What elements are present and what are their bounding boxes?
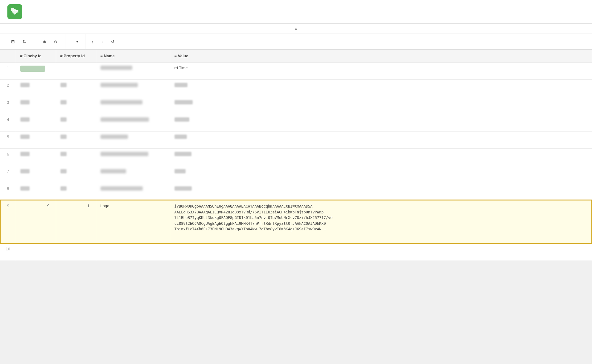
cinchy-id-cell [16, 97, 56, 114]
name-cell [96, 97, 170, 114]
property-id-cell [56, 114, 96, 131]
property-id-cell [56, 183, 96, 200]
col-header-value[interactable]: ≡ Value [170, 50, 592, 62]
property-id-cell [56, 79, 96, 97]
row-number-cell: 7 [0, 166, 16, 183]
name-cell [96, 114, 170, 131]
refresh-icon: ↺ [111, 39, 114, 44]
table-row[interactable]: 1rd Time [0, 62, 592, 79]
sort-button[interactable]: ⇅ [20, 38, 30, 46]
export-button[interactable]: ↓ [99, 38, 107, 46]
refresh-button[interactable]: ↺ [109, 38, 118, 46]
table-row[interactable]: 3 [0, 97, 592, 114]
row-number-cell: 4 [0, 114, 16, 131]
scroll-top-icon: ⊕ [43, 39, 46, 44]
value-cell [170, 79, 592, 97]
row-number-cell: 9 [0, 200, 16, 243]
export-icon: ↓ [101, 39, 103, 44]
row-number-cell: 6 [0, 148, 16, 166]
app-header [0, 0, 592, 24]
row-height-expanded-button[interactable]: ▼ [72, 38, 81, 45]
value-cell [170, 131, 592, 148]
display-columns-icon: ⊞ [11, 39, 15, 44]
collapse-button[interactable]: ▲ [291, 26, 301, 32]
property-id-cell [56, 148, 96, 166]
display-columns-button[interactable]: ⊞ [9, 38, 19, 46]
table-row[interactable]: 5 [0, 131, 592, 148]
import-icon: ↑ [92, 39, 94, 44]
table-row[interactable]: 2 [0, 79, 592, 97]
toolbar-scroll-group: ⊕ ⊖ [34, 34, 65, 49]
row-height-dropdown-icon: ▼ [76, 40, 79, 43]
cinchy-id-cell [16, 183, 56, 200]
property-id-cell [56, 166, 96, 183]
row-number-cell: 3 [0, 97, 16, 114]
row-number-cell: 5 [0, 131, 16, 148]
value-cell [170, 97, 592, 114]
name-cell [96, 183, 170, 200]
row-number-cell: 10 [0, 243, 16, 261]
property-id-cell [56, 243, 96, 261]
cinchy-id-cell [16, 243, 56, 261]
toolbar: ⊞ ⇅ ⊕ ⊖ ▼ ↑ ↓ [0, 34, 592, 50]
cinchy-id-cell [16, 79, 56, 97]
name-cell [96, 148, 170, 166]
col-header-cinchy-id[interactable]: # Cinchy Id [16, 50, 56, 62]
name-cell [96, 62, 170, 79]
cinchy-id-cell [16, 148, 56, 166]
cinchy-id-cell [16, 62, 56, 79]
toolbar-row-height-group: ▼ [65, 34, 85, 49]
name-cell: Logo [96, 200, 170, 243]
table-row[interactable]: 10 [0, 243, 592, 261]
name-cell [96, 166, 170, 183]
property-id-cell [56, 131, 96, 148]
table-row[interactable]: 8 [0, 183, 592, 200]
col-header-row-num [0, 50, 16, 62]
name-cell [96, 79, 170, 97]
scroll-bottom-button[interactable]: ⊖ [51, 38, 61, 46]
table-row[interactable]: 6 [0, 148, 592, 166]
toolbar-import-export-group: ↑ ↓ ↺ [85, 34, 122, 49]
value-cell [170, 148, 592, 166]
table-row[interactable]: 991LogoiVBORw0KGgoAAAANSUhEUgAAAQAAAAEAC… [0, 200, 592, 243]
sort-icon: ⇅ [23, 39, 26, 44]
collapse-bar: ▲ [0, 24, 592, 34]
data-table-container: # Cinchy Id # Property Id ≡ Name ≡ Value… [0, 50, 592, 261]
col-header-name[interactable]: ≡ Name [96, 50, 170, 62]
col-header-property-id[interactable]: # Property Id [56, 50, 96, 62]
value-cell [170, 166, 592, 183]
table-row[interactable]: 7 [0, 166, 592, 183]
row-number-cell: 8 [0, 183, 16, 200]
property-id-cell [56, 62, 96, 79]
scroll-top-button[interactable]: ⊕ [40, 38, 50, 46]
toolbar-display-sort-group: ⊞ ⇅ [5, 34, 34, 49]
value-cell [170, 183, 592, 200]
table-header-row: # Cinchy Id # Property Id ≡ Name ≡ Value [0, 50, 592, 62]
cinchy-id-cell [16, 114, 56, 131]
row-number-cell: 2 [0, 79, 16, 97]
property-id-cell: 1 [56, 200, 96, 243]
value-cell [170, 114, 592, 131]
name-cell [96, 243, 170, 261]
table-row[interactable]: 4 [0, 114, 592, 131]
import-button[interactable]: ↑ [89, 38, 98, 46]
cinchy-id-cell [16, 166, 56, 183]
value-cell [170, 243, 592, 261]
data-table: # Cinchy Id # Property Id ≡ Name ≡ Value… [0, 50, 592, 261]
property-id-cell [56, 97, 96, 114]
cinchy-id-cell: 9 [16, 200, 56, 243]
row-number-cell: 1 [0, 62, 16, 79]
value-cell: iVBORw0KGgoAAAANSUhEUgAAAQAAAAEACAYAAABc… [170, 200, 592, 243]
app-logo [7, 4, 22, 19]
value-cell: rd Time [170, 62, 592, 79]
scroll-bottom-icon: ⊖ [54, 39, 57, 44]
cinchy-id-cell [16, 131, 56, 148]
name-cell [96, 131, 170, 148]
